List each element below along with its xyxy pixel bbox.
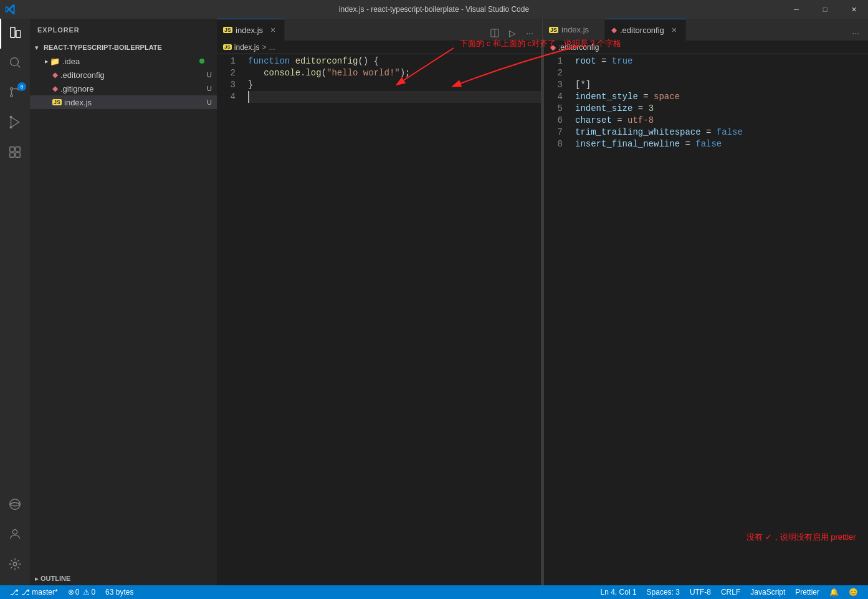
status-right: Ln 4, Col 1 Spaces: 3 UTF-8 CRLF JavaScr… [596,585,863,599]
close-button[interactable]: ✕ [839,0,868,19]
code-lines-left: function editorconfig() { console.log("h… [242,54,541,585]
activity-item-remote[interactable] [0,491,30,520]
status-encoding[interactable]: UTF-8 [685,585,716,599]
sidebar: EXPLORER ▾ REACT-TYPESCRIPT-BOILERPLATE … [30,19,217,585]
tree-item-badge: U [207,98,217,106]
line-col-label: Ln 4, Col 1 [601,588,637,597]
svg-rect-14 [10,153,14,157]
tab-indexjs-right[interactable]: JS index.js [543,19,605,41]
title-bar-controls: ─ □ ✕ [782,0,868,19]
tab-indexjs-left[interactable]: JS index.js × [217,19,285,41]
status-line-col[interactable]: Ln 4, Col 1 [596,585,642,599]
search-icon [8,55,22,72]
bytes-label: 63 bytes [105,588,133,597]
line-ending-label: CRLF [721,588,740,597]
tab-label-r: index.js [561,25,589,34]
tree-root-folder[interactable]: ▾ REACT-TYPESCRIPT-BOILERPLATE [30,41,217,54]
sidebar-item-idea[interactable]: ▸ 📁 .idea [30,54,217,68]
activity-item-accounts[interactable] [0,520,30,550]
breadcrumb-sep: > [262,43,266,52]
editor-area: JS index.js × ▷ ··· [217,19,868,585]
line-numbers-left: 1 2 3 4 [217,54,242,585]
sidebar-header-text: EXPLORER [37,26,80,34]
error-count: 0 [75,588,80,597]
language-label: JavaScript [750,588,785,597]
maximize-button[interactable]: □ [811,0,839,19]
activity-item-search[interactable] [0,49,30,79]
split-editor-button[interactable] [487,26,502,41]
right-code-editor[interactable]: 1 2 3 4 5 6 7 8 root = true [544,54,868,585]
svg-rect-13 [16,147,20,151]
spaces-label: Spaces: 3 [647,588,680,597]
status-line-ending[interactable]: CRLF [716,585,745,599]
tree-item-label: index.js [64,98,207,107]
code-line-4 [248,91,541,103]
status-prettier[interactable]: Prettier [790,585,824,599]
sidebar-outline-section[interactable]: ▸ OUTLINE [30,572,217,585]
sidebar-item-editorconfig[interactable]: ◆ .editorconfig U [30,68,217,82]
right-tab-bar: JS index.js ◆ .editorconfig × ··· [543,19,868,41]
tab-bar: JS index.js × ▷ ··· [217,19,868,41]
code-line-1: function editorconfig() { [248,55,541,67]
tree-item-label: .editorconfig [60,70,207,80]
code-lines-right: root = true [*] indent_style = space ind… [569,54,868,585]
git-badge: 8 [17,82,26,91]
remote-icon [8,497,22,514]
explorer-icon [9,26,22,42]
tree-item-badge: U [207,71,217,79]
breadcrumb-filename: index.js [234,43,260,52]
left-breadcrumb: JS index.js > ... [217,41,541,54]
status-errors[interactable]: ⊗ 0 ⚠ 0 [63,585,100,599]
ec-breadcrumb-name: .editorconfig [558,43,599,52]
svg-marker-9 [11,117,19,128]
svg-point-18 [13,562,17,566]
code-line-2: console.log("hello world!"); [248,67,541,79]
breadcrumb-dots: ... [269,43,275,52]
sidebar-item-gitignore[interactable]: ◆ .gitignore U [30,82,217,95]
tab-label: index.js [236,26,263,35]
svg-point-4 [11,95,13,97]
run-button[interactable]: ▷ [505,26,520,41]
status-language[interactable]: JavaScript [745,585,790,599]
activity-item-debug[interactable] [0,108,30,138]
ec-line-2 [575,67,868,79]
tree-item-label: .gitignore [60,84,207,93]
tab-close-icon[interactable]: × [268,25,278,35]
activity-item-settings[interactable] [0,550,30,580]
tab-editorconfig[interactable]: ◆ .editorconfig × [605,19,686,41]
js-tab-icon: JS [223,27,232,33]
status-bytes[interactable]: 63 bytes [100,585,138,599]
tree-root-label: REACT-TYPESCRIPT-BOILERPLATE [44,44,162,51]
encoding-label: UTF-8 [690,588,711,597]
code-line-3: } [248,79,541,91]
svg-rect-15 [16,153,20,157]
explorer-tree: ▾ REACT-TYPESCRIPT-BOILERPLATE ▸ 📁 .idea… [30,41,217,572]
minimize-button[interactable]: ─ [782,0,811,19]
activity-item-explorer[interactable] [0,19,30,49]
left-code-editor[interactable]: 1 2 3 4 function editorconfig() { consol… [217,54,541,585]
right-breadcrumb: ◆ .editorconfig [544,41,868,54]
sidebar-item-indexjs[interactable]: JS index.js U [30,95,217,109]
bell-icon: 🔔 [829,588,839,597]
chevron-right-icon: ▸ [45,57,49,65]
activity-item-extensions[interactable] [0,138,30,168]
activity-item-git[interactable]: 8 [0,79,30,108]
status-spaces[interactable]: Spaces: 3 [642,585,685,599]
svg-point-6 [11,88,13,90]
right-editor-pane: ◆ .editorconfig 1 2 3 4 5 6 7 [544,41,868,585]
tree-item-label: .idea [62,57,217,66]
warning-icon: ⚠ [83,588,90,597]
svg-point-11 [10,127,12,128]
more-actions-right[interactable]: ··· [848,26,863,41]
left-tab-bar: JS index.js × ▷ ··· [217,19,543,41]
status-branch[interactable]: ⎇ ⎇ master* [5,585,63,599]
svg-rect-0 [11,27,15,37]
editorconfig-tab-icon: ◆ [611,26,617,34]
debug-icon [8,115,22,132]
more-actions-button[interactable]: ··· [522,26,537,41]
breadcrumb-js-icon: JS [223,44,232,50]
prettier-label: Prettier [795,588,819,597]
status-feedback[interactable]: 😊 [844,585,863,599]
tab-close-ec[interactable]: × [669,25,679,35]
status-notifications[interactable]: 🔔 [824,585,844,599]
